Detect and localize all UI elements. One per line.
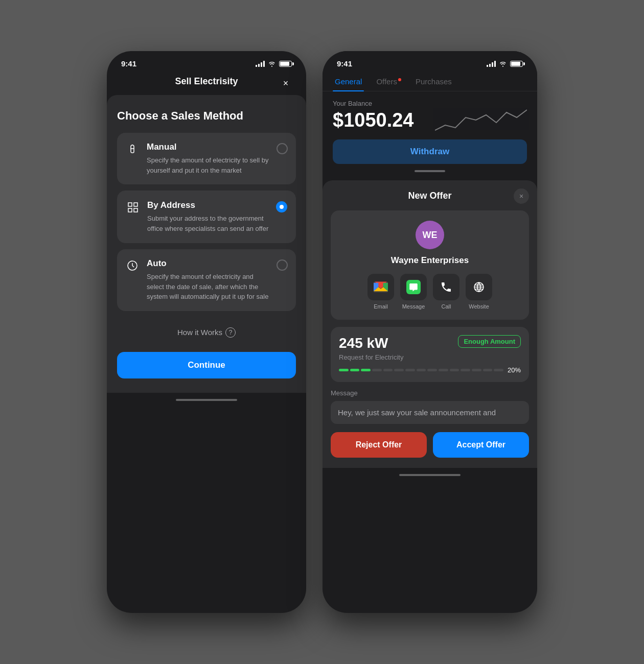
- close-button[interactable]: ×: [278, 76, 294, 92]
- svg-rect-3: [134, 208, 137, 212]
- contact-email[interactable]: Email: [367, 274, 394, 310]
- call-label: Call: [442, 303, 451, 310]
- new-offer-sheet: New Offer × WE Wayne Enterprises: [323, 180, 537, 468]
- status-icons-left: [256, 61, 292, 67]
- address-desc: Submit your address to the government of…: [147, 214, 269, 233]
- sell-electricity-title: Sell Electrisity: [175, 76, 238, 87]
- withdraw-button[interactable]: Withdraw: [333, 139, 527, 164]
- time-left: 9:41: [121, 59, 136, 68]
- website-icon: [473, 281, 485, 293]
- signal-icon-right: [487, 61, 496, 67]
- address-title: By Address: [147, 200, 269, 210]
- seg-2: [350, 369, 360, 371]
- contact-website[interactable]: Website: [466, 274, 492, 310]
- reject-offer-button[interactable]: Reject Offer: [331, 432, 427, 458]
- action-buttons: Reject Offer Accept Offer: [331, 432, 529, 458]
- seg-8: [417, 369, 426, 371]
- status-bar-left: 9:41: [107, 51, 306, 72]
- elec-header: 245 kW Enough Amount: [339, 335, 521, 351]
- offers-badge: [398, 78, 401, 81]
- message-label-contact: Message: [402, 303, 425, 310]
- electricity-amount: 245 kW: [339, 335, 388, 351]
- seg-1: [339, 369, 349, 371]
- auto-icon: [125, 259, 140, 275]
- manual-title: Manual: [147, 142, 269, 152]
- sheet-header: New Offer ×: [331, 191, 529, 201]
- sheet-close-button[interactable]: ×: [514, 188, 529, 204]
- svg-rect-1: [134, 203, 137, 206]
- wifi-icon-right: [499, 61, 507, 67]
- contact-call[interactable]: Call: [433, 274, 459, 310]
- svg-rect-2: [128, 208, 132, 212]
- call-icon-wrap[interactable]: [433, 274, 459, 300]
- home-indicator-left: [176, 399, 237, 401]
- wifi-icon: [268, 61, 276, 67]
- auto-radio[interactable]: [277, 259, 288, 271]
- seg-13: [472, 369, 481, 371]
- seg-6: [394, 369, 404, 371]
- how-it-works[interactable]: How it Works ?: [117, 317, 296, 348]
- tab-purchases[interactable]: Purchases: [413, 72, 454, 91]
- status-icons-right: [487, 61, 523, 67]
- svg-rect-0: [128, 203, 132, 206]
- home-indicator-right: [399, 474, 461, 476]
- manual-text: Manual Specify the amount of electricity…: [147, 142, 269, 175]
- website-label: Website: [469, 303, 489, 310]
- contact-icons: Email Message: [339, 274, 521, 310]
- option-manual[interactable]: Manual Specify the amount of electricity…: [117, 133, 296, 184]
- address-radio[interactable]: [276, 201, 287, 212]
- left-phone-header: Sell Electrisity ×: [107, 72, 306, 95]
- contact-message[interactable]: Message: [400, 274, 427, 310]
- electricity-request-label: Request for Electricity: [339, 353, 521, 361]
- progress-container: 20%: [339, 366, 521, 374]
- manual-icon: [125, 143, 140, 158]
- status-bar-right: 9:41: [323, 51, 537, 72]
- tab-offers[interactable]: Offers: [374, 72, 403, 91]
- seg-7: [405, 369, 415, 371]
- auto-title: Auto: [147, 258, 269, 269]
- progress-percent: 20%: [508, 366, 521, 374]
- signal-icon: [256, 61, 265, 67]
- email-icon-wrap[interactable]: [367, 274, 394, 300]
- scroll-indicator: [415, 170, 445, 172]
- progress-bar: [339, 369, 503, 371]
- message-icon-wrap[interactable]: [400, 274, 427, 300]
- left-phone-content: Choose a Sales Method Manual Specify the…: [107, 95, 306, 393]
- seg-11: [450, 369, 459, 371]
- message-preview[interactable]: Hey, we just saw your sale announcement …: [331, 401, 529, 424]
- battery-icon-right: [510, 61, 523, 67]
- auto-desc: Specify the amount of electricity and se…: [147, 272, 269, 302]
- seg-12: [461, 369, 470, 371]
- manual-desc: Specify the amount of electricity to sel…: [147, 155, 269, 175]
- phone-right: 9:41 General Offers Purc: [323, 51, 537, 613]
- address-text: By Address Submit your address to the go…: [147, 200, 269, 233]
- time-right: 9:41: [337, 59, 352, 68]
- tabs-bar: General Offers Purchases: [323, 72, 537, 91]
- accept-offer-button[interactable]: Accept Offer: [433, 432, 529, 458]
- seg-9: [427, 369, 437, 371]
- email-label: Email: [374, 303, 388, 310]
- company-name: Wayne Enterprises: [339, 255, 521, 266]
- message-section: Message Hey, we just saw your sale annou…: [331, 389, 529, 424]
- phone-left: 9:41 Sell Electrisity × Choose a Sales M…: [107, 51, 306, 613]
- call-icon: [440, 281, 452, 293]
- auto-text: Auto Specify the amount of electricity a…: [147, 258, 269, 302]
- option-by-address[interactable]: By Address Submit your address to the go…: [117, 191, 296, 243]
- website-icon-wrap[interactable]: [466, 274, 492, 300]
- seg-4: [372, 369, 382, 371]
- seg-5: [383, 369, 393, 371]
- seg-3: [361, 369, 371, 371]
- balance-chart: [435, 100, 527, 140]
- gmail-icon: [374, 281, 388, 293]
- option-auto[interactable]: Auto Specify the amount of electricity a…: [117, 249, 296, 311]
- continue-button[interactable]: Continue: [117, 352, 296, 378]
- message-section-label: Message: [331, 389, 529, 397]
- seg-15: [494, 369, 503, 371]
- manual-radio[interactable]: [277, 143, 288, 154]
- balance-area: Your Balance $1050.24 Withdraw: [323, 91, 537, 180]
- new-offer-title: New Offer: [408, 191, 451, 201]
- company-avatar: WE: [416, 221, 444, 249]
- tab-general[interactable]: General: [333, 72, 364, 91]
- address-icon: [126, 201, 140, 217]
- seg-14: [483, 369, 493, 371]
